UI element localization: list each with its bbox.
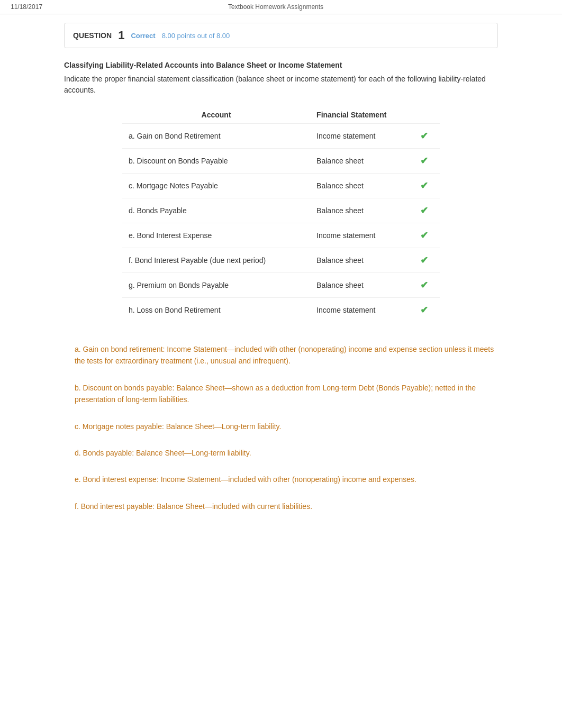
site-title: Textbook Homework Assignments — [42, 3, 509, 11]
check-cell: ✔ — [414, 174, 440, 198]
table-row: b. Discount on Bonds Payable Balance she… — [122, 149, 440, 174]
statement-cell: Balance sheet — [310, 248, 414, 273]
check-cell: ✔ — [414, 223, 440, 248]
account-cell: g. Premium on Bonds Payable — [122, 273, 310, 298]
explanation-text: e. Bond interest expense: Income Stateme… — [75, 474, 498, 485]
correct-badge: Correct — [131, 32, 155, 40]
explanation-item: b. Discount on bonds payable: Balance Sh… — [75, 382, 498, 406]
top-bar: 11/18/2017 Textbook Homework Assignments — [0, 0, 562, 14]
explanation-letter: b. — [75, 384, 81, 392]
checkmark-icon: ✔ — [420, 305, 428, 315]
statement-cell: Income statement — [310, 124, 414, 149]
check-cell: ✔ — [414, 248, 440, 273]
checkmark-icon: ✔ — [420, 230, 428, 241]
statement-cell: Balance sheet — [310, 149, 414, 174]
check-cell: ✔ — [414, 149, 440, 174]
points-label: 8.00 points out of 8.00 — [162, 32, 230, 40]
statement-cell: Income statement — [310, 223, 414, 248]
explanation-item: c. Mortgage notes payable: Balance Sheet… — [75, 421, 498, 432]
explanation-text: d. Bonds payable: Balance Sheet—Long-ter… — [75, 447, 498, 459]
statement-cell: Income statement — [310, 298, 414, 323]
account-cell: f. Bond Interest Payable (due next perio… — [122, 248, 310, 273]
checkmark-icon: ✔ — [420, 131, 428, 141]
question-number: 1 — [118, 29, 124, 42]
checkmark-icon: ✔ — [420, 280, 428, 290]
explanation-text: b. Discount on bonds payable: Balance Sh… — [75, 382, 498, 406]
explanation-letter: d. — [75, 449, 81, 457]
checkmark-icon: ✔ — [420, 205, 428, 216]
date-label: 11/18/2017 — [11, 3, 42, 11]
check-cell: ✔ — [414, 273, 440, 298]
question-title: Classifying Liability-Related Accounts i… — [64, 61, 498, 69]
checkmark-icon: ✔ — [420, 180, 428, 191]
explanation-text: c. Mortgage notes payable: Balance Sheet… — [75, 421, 498, 432]
check-cell: ✔ — [414, 124, 440, 149]
explanation-letter: a. — [75, 345, 81, 353]
check-cell: ✔ — [414, 298, 440, 323]
explanation-item: e. Bond interest expense: Income Stateme… — [75, 474, 498, 485]
table-row: h. Loss on Bond Retirement Income statem… — [122, 298, 440, 323]
account-cell: a. Gain on Bond Retirement — [122, 124, 310, 149]
explanation-letter: f. — [75, 502, 79, 511]
explanation-letter: e. — [75, 475, 81, 484]
explanation-text: f. Bond interest payable: Balance Sheet—… — [75, 501, 498, 512]
table-row: a. Gain on Bond Retirement Income statem… — [122, 124, 440, 149]
question-description: Indicate the proper financial statement … — [64, 74, 498, 96]
accounts-table-wrapper: Account Financial Statement a. Gain on B… — [122, 106, 440, 322]
explanation-letter: c. — [75, 422, 80, 431]
statement-cell: Balance sheet — [310, 273, 414, 298]
checkmark-icon: ✔ — [420, 156, 428, 166]
table-row: c. Mortgage Notes Payable Balance sheet … — [122, 174, 440, 198]
table-row: g. Premium on Bonds Payable Balance shee… — [122, 273, 440, 298]
statement-cell: Balance sheet — [310, 198, 414, 223]
question-body: Classifying Liability-Related Accounts i… — [64, 57, 498, 531]
col-statement-header: Financial Statement — [310, 106, 414, 124]
table-row: e. Bond Interest Expense Income statemen… — [122, 223, 440, 248]
col-account-header: Account — [122, 106, 310, 124]
account-cell: c. Mortgage Notes Payable — [122, 174, 310, 198]
account-cell: d. Bonds Payable — [122, 198, 310, 223]
account-cell: h. Loss on Bond Retirement — [122, 298, 310, 323]
explanation-item: d. Bonds payable: Balance Sheet—Long-ter… — [75, 447, 498, 459]
check-cell: ✔ — [414, 198, 440, 223]
statement-cell: Balance sheet — [310, 174, 414, 198]
explanation-item: a. Gain on bond retirement: Income State… — [75, 343, 498, 367]
table-row: d. Bonds Payable Balance sheet ✔ — [122, 198, 440, 223]
account-cell: b. Discount on Bonds Payable — [122, 149, 310, 174]
explanations-section: a. Gain on bond retirement: Income State… — [64, 338, 498, 512]
col-check-header — [414, 106, 440, 124]
explanation-text: a. Gain on bond retirement: Income State… — [75, 343, 498, 367]
question-header: QUESTION 1 Correct 8.00 points out of 8.… — [64, 23, 498, 48]
question-label: QUESTION — [73, 31, 112, 40]
checkmark-icon: ✔ — [420, 255, 428, 266]
account-cell: e. Bond Interest Expense — [122, 223, 310, 248]
explanation-item: f. Bond interest payable: Balance Sheet—… — [75, 501, 498, 512]
table-row: f. Bond Interest Payable (due next perio… — [122, 248, 440, 273]
main-container: QUESTION 1 Correct 8.00 points out of 8.… — [53, 14, 509, 540]
accounts-table: Account Financial Statement a. Gain on B… — [122, 106, 440, 322]
